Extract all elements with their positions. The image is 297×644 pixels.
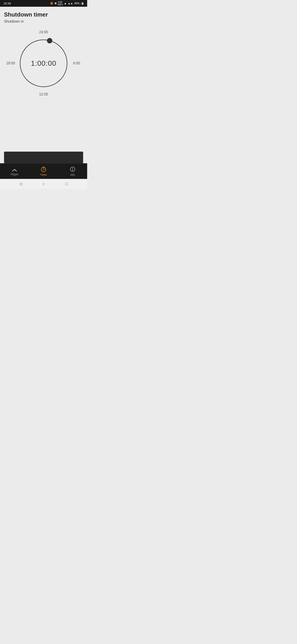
battery-icon: ◑ <box>81 1 84 5</box>
back-button[interactable]: ◁ <box>18 181 23 186</box>
home-button[interactable]: ○ <box>41 181 46 186</box>
ad-banner <box>4 152 83 163</box>
network-speed: 4.00KB/S <box>58 1 63 6</box>
nav-label-info: Info <box>70 173 75 176</box>
status-icons: 🔕 ✱ 4.00KB/S ▲ ▲▲ 45% ◑ <box>50 1 84 6</box>
dial-circle[interactable]: 1:00:00 <box>17 36 70 90</box>
status-bar: 20:39 🔕 ✱ 4.00KB/S ▲ ▲▲ 45% ◑ <box>0 0 87 7</box>
system-nav: ◁ ○ □ <box>0 179 87 189</box>
dial-label-right: 6:00 <box>70 61 83 65</box>
player-waves-icon <box>11 166 18 172</box>
nav-item-timer[interactable]: Timer <box>29 164 58 179</box>
bottom-nav: Player Timer Info <box>0 163 87 179</box>
nav-item-info[interactable]: Info <box>58 164 87 179</box>
wifi-icon: ▲ <box>64 2 67 5</box>
timer-dial[interactable]: 24:00 18:00 1:00:00 6:00 12:00 <box>4 30 83 96</box>
nav-label-timer: Timer <box>40 173 47 176</box>
main-content: Shutdown timer Shutdown in 24:00 18:00 1… <box>0 7 87 163</box>
timer-icon <box>40 166 47 172</box>
svg-point-1 <box>47 38 52 44</box>
signal-icon: ▲▲ <box>68 2 73 5</box>
page-title: Shutdown timer <box>4 11 83 18</box>
info-icon <box>69 166 76 172</box>
battery-percent: 45% <box>74 2 79 5</box>
svg-point-6 <box>72 168 73 168</box>
shutdown-label: Shutdown in <box>4 20 83 24</box>
bluetooth-icon: ✱ <box>54 2 57 5</box>
nav-label-player: Player <box>11 173 18 176</box>
mute-icon: 🔕 <box>50 2 53 5</box>
nav-item-player[interactable]: Player <box>0 164 29 179</box>
dial-label-left: 18:00 <box>4 61 17 65</box>
dial-label-top: 24:00 <box>39 30 48 34</box>
dial-time-display: 1:00:00 <box>31 59 56 68</box>
recent-button[interactable]: □ <box>64 181 69 186</box>
status-time: 20:39 <box>3 2 11 5</box>
dial-label-bottom: 12:00 <box>39 92 48 96</box>
